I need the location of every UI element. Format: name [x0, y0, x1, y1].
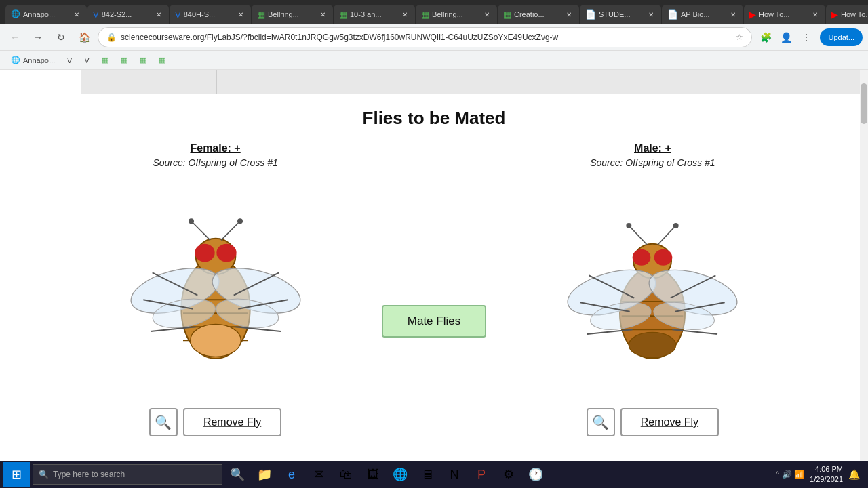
mate-flies-button[interactable]: Mate Flies — [382, 305, 486, 338]
nav-actions: 🧩 👤 ⋮ — [756, 28, 816, 47]
taskbar-powerpoint[interactable]: P — [469, 462, 494, 487]
svg-line-19 — [221, 223, 238, 240]
tab-label-apbio: AP Bio... — [681, 10, 710, 18]
forward-button[interactable]: → — [28, 28, 47, 47]
bookmark-4[interactable]: ▦ — [96, 53, 114, 68]
svg-point-2 — [195, 244, 214, 262]
taskbar-mail[interactable]: ✉ — [307, 462, 331, 487]
tab-howto2[interactable]: ▶ How To... ✕ — [826, 5, 868, 24]
tab-close-stude[interactable]: ✕ — [646, 9, 656, 19]
tab-favicon-annapo: 🌐 — [11, 9, 20, 19]
tab-favicon-bellring2: ▦ — [421, 9, 429, 20]
male-search-button[interactable]: 🔍 — [587, 408, 615, 436]
taskbar-unknown1[interactable]: 🖥 — [415, 462, 439, 487]
taskbar-store[interactable]: 🛍 — [334, 462, 358, 487]
lock-icon: 🔒 — [106, 33, 117, 42]
flies-container: Female: + Source: Offspring of Cross #1 — [61, 142, 807, 436]
female-fly-column: Female: + Source: Offspring of Cross #1 — [73, 142, 358, 436]
tab-favicon-howto2: ▶ — [831, 9, 838, 20]
taskbar-clock[interactable]: 🕐 — [524, 462, 548, 487]
tab-apbio[interactable]: 📄 AP Bio... ✕ — [662, 5, 743, 24]
tab-favicon-bellring1: ▦ — [257, 9, 265, 20]
tab-840hs[interactable]: V 840H-S... ✕ — [170, 5, 251, 24]
tab-label-stude: STUDE... — [599, 10, 630, 18]
bookmark-6[interactable]: ▦ — [134, 53, 152, 68]
navigation-bar: ← → ↻ 🏠 🔒 sciencecourseware.org/FlyLabJS… — [0, 24, 868, 51]
notification-icon[interactable]: 🔔 — [848, 469, 860, 480]
center-section: Mate Flies — [382, 142, 486, 338]
tab-favicon-howto1: ▶ — [749, 9, 756, 20]
tab-close-842s2[interactable]: ✕ — [154, 9, 163, 19]
svg-point-44 — [629, 332, 676, 357]
update-button[interactable]: Updat... — [820, 28, 863, 46]
more-button[interactable]: ⋮ — [797, 28, 816, 47]
taskbar-fileexplorer[interactable]: 📁 — [252, 462, 277, 487]
back-button[interactable]: ← — [5, 28, 24, 47]
tab-annapo[interactable]: 🌐 Annapo... ✕ — [5, 5, 87, 24]
tab-bellring1[interactable]: ▦ Bellring... ✕ — [252, 5, 333, 24]
taskbar-chrome[interactable]: 🌐 — [388, 462, 412, 487]
female-remove-fly-button[interactable]: Remove Fly — [183, 408, 281, 436]
tab-close-840hs[interactable]: ✕ — [236, 9, 245, 19]
scrollbar[interactable] — [860, 70, 868, 461]
tab-favicon-842s2: V — [93, 9, 99, 20]
tab-creatio[interactable]: ▦ Creatio... ✕ — [498, 5, 579, 24]
bookmark-3[interactable]: V — [79, 53, 94, 68]
taskbar-time: 4:06 PM — [810, 464, 843, 474]
taskbar-settings[interactable]: ⚙ — [496, 462, 521, 487]
tab-label-840hs: 840H-S... — [184, 10, 215, 18]
taskbar-cortana[interactable]: 🔍 — [225, 462, 250, 487]
svg-point-25 — [633, 249, 651, 266]
tab-close-bellring2[interactable]: ✕ — [482, 9, 492, 19]
bookmark-2[interactable]: V — [62, 53, 77, 68]
taskbar-edge[interactable]: e — [279, 462, 304, 487]
tab-bellring2[interactable]: ▦ Bellring... ✕ — [416, 5, 497, 24]
profile-button[interactable]: 👤 — [776, 28, 795, 47]
male-fly-label: Male: + — [634, 142, 671, 155]
taskbar-time-display: 4:06 PM 1/29/2021 — [810, 464, 843, 485]
female-fly-image — [107, 179, 324, 403]
tab-favicon-840hs: V — [175, 9, 181, 20]
subnav-tab-3[interactable] — [217, 70, 298, 94]
tab-close-annapo[interactable]: ✕ — [72, 9, 81, 19]
taskbar-search[interactable]: 🔍 Type here to search — [33, 464, 222, 485]
tab-stude[interactable]: 📄 STUDE... ✕ — [580, 5, 661, 24]
male-fly-image — [544, 179, 761, 403]
tab-close-10-3an[interactable]: ✕ — [400, 9, 410, 19]
taskbar-search-icon: 🔍 — [39, 470, 49, 479]
scrollbar-thumb[interactable] — [861, 83, 867, 124]
start-button[interactable]: ⊞ — [3, 462, 30, 487]
bookmark-annapo[interactable]: 🌐Annapo... — [5, 53, 60, 68]
tab-842s2[interactable]: V 842-S2... ✕ — [87, 5, 169, 24]
bookmark-5[interactable]: ▦ — [115, 53, 133, 68]
bookmark-7[interactable]: ▦ — [153, 53, 171, 68]
taskbar-photos[interactable]: 🖼 — [361, 462, 385, 487]
taskbar-onenote[interactable]: N — [442, 462, 467, 487]
refresh-button[interactable]: ↻ — [52, 28, 71, 47]
male-remove-fly-button[interactable]: Remove Fly — [620, 408, 719, 436]
tab-label-842s2: 842-S2... — [102, 10, 132, 18]
home-button[interactable]: 🏠 — [75, 28, 94, 47]
fly-lab-content: Flies to be Mated Female: + Source: Offs… — [0, 94, 868, 461]
tab-label-creatio: Creatio... — [514, 10, 545, 18]
subnav-tab-2[interactable] — [81, 70, 217, 94]
tab-10-3an[interactable]: ▦ 10-3 an... ✕ — [334, 5, 415, 24]
taskbar-system: ^ 🔊 📶 4:06 PM 1/29/2021 🔔 — [776, 464, 865, 485]
tab-close-howto1[interactable]: ✕ — [810, 9, 820, 19]
tab-label-bellring2: Bellring... — [432, 10, 463, 18]
tab-close-creatio[interactable]: ✕ — [564, 9, 574, 19]
tab-howto1[interactable]: ▶ How To... ✕ — [744, 5, 825, 24]
subnav-tab-1[interactable] — [0, 70, 81, 94]
tab-favicon-apbio: 📄 — [667, 9, 678, 20]
address-bar[interactable]: 🔒 sciencecourseware.org/FlyLabJS/?fbclid… — [98, 27, 752, 47]
tab-label-bellring1: Bellring... — [268, 10, 299, 18]
tab-close-bellring1[interactable]: ✕ — [318, 9, 328, 19]
female-search-button[interactable]: 🔍 — [149, 408, 178, 436]
tab-close-apbio[interactable]: ✕ — [728, 9, 738, 19]
male-fly-actions: 🔍 Remove Fly — [587, 408, 719, 436]
star-icon[interactable]: ☆ — [736, 33, 743, 42]
extensions-button[interactable]: 🧩 — [756, 28, 775, 47]
taskbar: ⊞ 🔍 Type here to search 🔍 📁 e ✉ 🛍 🖼 🌐 🖥 … — [0, 461, 868, 488]
svg-line-40 — [631, 228, 647, 245]
tab-favicon-creatio: ▦ — [503, 9, 511, 20]
